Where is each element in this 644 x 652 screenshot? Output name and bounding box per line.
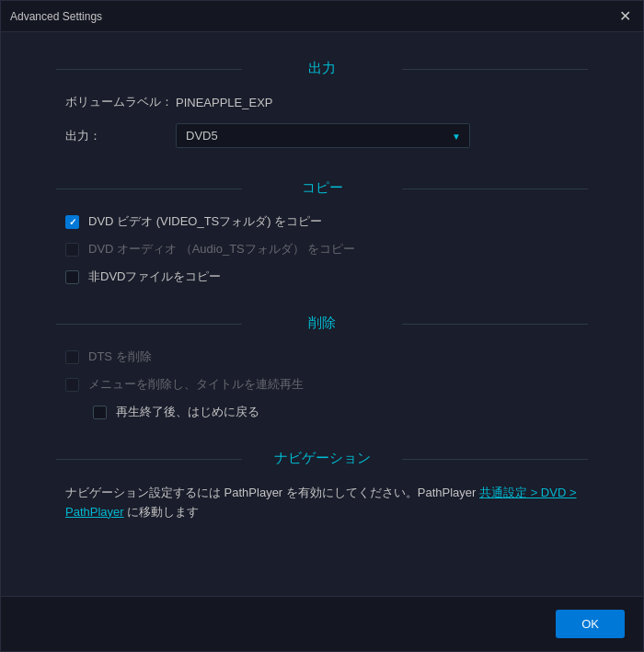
window-title: Advanced Settings	[10, 10, 102, 23]
copy-dvd-video-checkbox[interactable]	[65, 215, 79, 229]
copy-dvd-audio-row: DVD オーディオ （Audio_TSフォルダ） をコピー	[56, 241, 588, 257]
volume-value: PINEAPPLE_EXP	[176, 96, 273, 109]
nav-text-before: ナビゲーション設定するには PathPlayer を有効にしてください。Path…	[65, 486, 479, 499]
nav-description: ナビゲーション設定するには PathPlayer を有効にしてください。Path…	[56, 484, 588, 522]
close-button[interactable]: ✕	[615, 7, 634, 26]
copy-dvd-video-label: DVD ビデオ (VIDEO_TSフォルダ) をコピー	[88, 213, 322, 230]
return-start-row: 再生終了後、はじめに戻る	[56, 404, 588, 420]
output-label: 出力：	[65, 128, 176, 144]
output-select[interactable]: DVD5 DVD9 BD25 BD50	[176, 123, 470, 148]
title-bar: Advanced Settings ✕	[1, 1, 643, 32]
return-start-checkbox[interactable]	[93, 406, 107, 419]
remove-dts-row: DTS を削除	[56, 349, 588, 365]
output-select-wrapper: DVD5 DVD9 BD25 BD50 ▼	[176, 123, 470, 148]
ok-button[interactable]: OK	[556, 610, 625, 638]
delete-section: 削除 DTS を削除 メニューを削除し、タイトルを連続再生 再生終了後、はじめに…	[56, 305, 588, 431]
nav-section-header: ナビゲーション	[56, 450, 588, 467]
output-row: 出力： DVD5 DVD9 BD25 BD50 ▼	[56, 123, 588, 148]
advanced-settings-window: Advanced Settings ✕ 出力 ボリュームラベル： PINEAPP…	[0, 0, 644, 652]
volume-row: ボリュームラベル： PINEAPPLE_EXP	[56, 94, 588, 110]
volume-label: ボリュームラベル：	[65, 94, 176, 110]
loop-title-label: メニューを削除し、タイトルを連続再生	[88, 376, 304, 393]
copy-dvd-audio-label: DVD オーディオ （Audio_TSフォルダ） をコピー	[88, 241, 355, 257]
remove-dts-label: DTS を削除	[88, 349, 152, 365]
copy-section: コピー DVD ビデオ (VIDEO_TSフォルダ) をコピー DVD オーディ…	[56, 170, 588, 296]
output-section-header: 出力	[56, 60, 588, 77]
copy-non-dvd-label: 非DVDファイルをコピー	[88, 269, 221, 285]
loop-title-checkbox[interactable]	[65, 378, 79, 392]
copy-dvd-audio-checkbox[interactable]	[65, 243, 79, 257]
copy-dvd-video-row: DVD ビデオ (VIDEO_TSフォルダ) をコピー	[56, 213, 588, 230]
nav-text-after: に移動します	[124, 505, 200, 519]
nav-section: ナビゲーション ナビゲーション設定するには PathPlayer を有効にしてく…	[56, 440, 588, 522]
loop-title-row: メニューを削除し、タイトルを連続再生	[56, 376, 588, 393]
copy-non-dvd-checkbox[interactable]	[65, 270, 79, 284]
delete-section-header: 削除	[56, 315, 588, 332]
copy-non-dvd-row: 非DVDファイルをコピー	[56, 269, 588, 285]
copy-section-header: コピー	[56, 179, 588, 197]
content-area: 出力 ボリュームラベル： PINEAPPLE_EXP 出力： DVD5 DVD9…	[1, 32, 643, 596]
output-section: 出力 ボリュームラベル： PINEAPPLE_EXP 出力： DVD5 DVD9…	[56, 51, 588, 161]
return-start-label: 再生終了後、はじめに戻る	[116, 404, 259, 420]
footer: OK	[1, 596, 643, 651]
remove-dts-checkbox[interactable]	[65, 350, 79, 364]
